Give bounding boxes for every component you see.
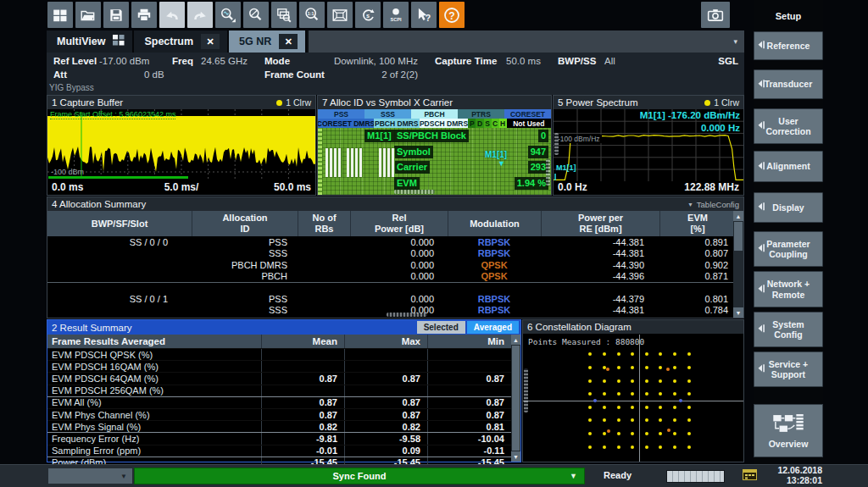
power-spectrum-title: 5 Power Spectrum <box>558 97 638 108</box>
column-header[interactable]: Rel Power [dB] <box>350 211 448 236</box>
power-spectrum-trace-badge[interactable]: 1 Clrw <box>704 97 739 108</box>
softkey-user-correction[interactable]: User Correction <box>754 108 823 144</box>
view-tab-averaged[interactable]: Averaged <box>467 321 519 334</box>
column-header[interactable]: Modulation <box>448 211 541 236</box>
tab-bar-overflow[interactable]: ▾ <box>309 30 744 53</box>
scroll-down-icon[interactable]: ▼ <box>733 307 743 318</box>
alloc-readout-label: EVM <box>394 177 420 190</box>
softkey-reference[interactable]: Reference <box>754 31 823 60</box>
camera-button[interactable] <box>701 2 730 28</box>
ref-level-value[interactable]: -17.00 dBm <box>99 56 149 66</box>
table-cell: EVM Phys Signal (%) <box>47 422 261 432</box>
help-button[interactable]: ? <box>439 2 465 28</box>
softkey-display[interactable]: Display <box>754 192 823 223</box>
marker-m1-label[interactable]: M1[1] <box>556 163 576 172</box>
table-row[interactable]: EVM Phys Signal (%)0.820.820.81 <box>47 420 511 432</box>
constellation-point <box>645 352 648 356</box>
fullscreen-button[interactable] <box>327 2 353 28</box>
column-header[interactable]: BWP/SF/Slot <box>47 211 192 236</box>
overview-button[interactable]: Overview <box>754 404 823 457</box>
scroll-down-icon[interactable]: ▼ <box>511 451 520 462</box>
bwp-ss-value[interactable]: All <box>604 56 615 66</box>
scroll-hint-horizontal[interactable] <box>387 313 427 317</box>
table-row[interactable]: PBCH0.000QPSK-44.3960.871 <box>47 271 735 283</box>
table-row[interactable]: SS / 0 / 1PSS0.000RBPSK-44.3790.801 <box>47 293 735 305</box>
table-row[interactable]: EVM PDSCH QPSK (%) <box>47 348 511 360</box>
window-alloc-id-map: 7 Alloc ID vs Symbol X Carrier PSSSSSPBC… <box>317 95 552 196</box>
scroll-hint-vertical[interactable] <box>554 133 559 155</box>
freq-value[interactable]: 24.65 GHz <box>201 56 248 66</box>
mode-value[interactable]: Downlink, 100 MHz <box>301 56 418 66</box>
constellation-point <box>645 418 648 422</box>
scroll-up-icon[interactable]: ▲ <box>733 211 743 221</box>
table-row[interactable]: SS / 0 / 0PSS0.000RBPSK-44.3810.891 <box>47 236 735 248</box>
table-row[interactable]: Frequency Error (Hz)-9.81-9.58-10.04 <box>47 432 511 444</box>
column-header[interactable]: Allocation ID <box>192 211 298 236</box>
table-row[interactable]: Sampling Error (ppm)-0.010.09-0.11 <box>47 445 511 457</box>
softkey-label: Network + Remote <box>767 279 810 300</box>
capture-buffer-trace-badge[interactable]: 1 Clrw <box>276 97 311 108</box>
table-cell: 0.87 <box>344 373 427 384</box>
open-file-button[interactable] <box>75 2 101 28</box>
tab-multiview[interactable]: MultiView <box>47 30 134 53</box>
tab-spectrum[interactable]: Spectrum✕ <box>134 30 229 53</box>
close-tab-icon[interactable]: ✕ <box>279 34 298 49</box>
scrollbar-thumb[interactable] <box>734 222 743 251</box>
marker-m1-arrow[interactable]: ▼ <box>498 159 505 168</box>
tab-5g-nr[interactable]: 5G NR✕ <box>229 30 307 53</box>
print-button[interactable] <box>131 2 157 28</box>
constellation-title-bar: 6 Constellation Diagram <box>523 320 743 334</box>
sync-status-bar[interactable]: Sync Found ▼ <box>134 468 585 484</box>
softkey-alignment[interactable]: Alignment <box>754 151 823 182</box>
table-row[interactable]: EVM PDSCH 16QAM (%) <box>47 360 511 372</box>
scroll-up-icon[interactable]: ▲ <box>511 335 520 345</box>
scrollbar-thumb[interactable] <box>512 346 520 451</box>
column-header[interactable]: Max <box>344 335 427 348</box>
windows-logo-button[interactable] <box>47 2 73 28</box>
column-header[interactable]: EVM [%] <box>659 211 735 236</box>
softkey-system-config[interactable]: System Config <box>754 312 823 347</box>
scroll-hint-horizontal[interactable] <box>394 190 435 194</box>
table-row[interactable]: EVM Phys Channel (%)0.870.870.87 <box>47 408 511 420</box>
column-header[interactable]: Power per RE [dBm] <box>541 211 659 236</box>
setup-menu-title[interactable]: Setup <box>754 3 823 28</box>
multi-zoom-button[interactable] <box>271 2 297 28</box>
scroll-hint-vertical[interactable] <box>524 368 528 412</box>
table-row[interactable]: PBCH DMRS0.000QPSK-44.3900.902 <box>47 259 735 271</box>
table-row[interactable]: SSS0.000RBPSK-44.3810.807 <box>47 248 735 260</box>
close-tab-icon[interactable]: ✕ <box>201 34 220 49</box>
save-button[interactable] <box>103 2 129 28</box>
constellation-point <box>687 445 691 449</box>
scpi-recorder-button[interactable]: SCPI <box>383 2 409 28</box>
alloc-resource-grid[interactable]: M1[1]SS/PBCH Block0Symbol947Carrier293EV… <box>318 128 551 195</box>
context-help-button[interactable]: ? <box>411 2 437 28</box>
softkey-transducer[interactable]: Transducer <box>754 69 823 99</box>
capture-buffer-plot[interactable]: Frame Start Offset : 5.966023542 ms -100… <box>47 109 315 181</box>
att-value[interactable]: 0 dB <box>144 69 164 80</box>
zoom-selection-button[interactable] <box>215 2 241 28</box>
status-bar: ▼ Sync Found ▼ Ready <box>0 464 868 487</box>
scroll-hint-vertical[interactable] <box>546 158 550 185</box>
status-message-dropdown[interactable]: ▼ <box>48 468 132 484</box>
view-tab-selected[interactable]: Selected <box>417 321 465 334</box>
zoom-1-1-button[interactable]: 1:1 <box>299 2 325 28</box>
table-config-button[interactable]: ▼ TableConfig <box>687 200 739 209</box>
allocation-summary-scrollbar[interactable]: ▲ ▼ <box>733 211 743 318</box>
column-header[interactable]: Mean <box>261 335 344 348</box>
result-summary-scrollbar[interactable]: ▲ ▼ <box>511 335 520 462</box>
refresh-sequence-button[interactable]: s <box>355 2 381 28</box>
column-header[interactable]: Min <box>427 335 511 348</box>
table-row[interactable]: EVM All (%)0.870.870.87 <box>47 396 511 408</box>
constellation-point <box>687 406 691 409</box>
column-header[interactable]: Frame Results Averaged <box>47 336 261 346</box>
table-row[interactable]: EVM PDSCH 64QAM (%)0.870.870.87 <box>47 372 511 384</box>
zoom-off-button[interactable] <box>243 2 269 28</box>
column-header[interactable]: No of RBs <box>298 211 350 236</box>
softkey-network-remote[interactable]: Network + Remote <box>754 271 823 307</box>
constellation-plot[interactable]: Points Measured : 880800 <box>523 335 743 462</box>
capture-time-value[interactable]: 50.0 ms <box>506 56 541 66</box>
power-spectrum-plot[interactable]: M1[1] -176.20 dBm/Hz 0.000 Hz -100 dBm/H… <box>554 109 743 181</box>
softkey-service-support[interactable]: Service + Support <box>754 351 823 387</box>
table-row[interactable]: EVM PDSCH 256QAM (%) <box>47 385 511 396</box>
softkey-parameter-coupling[interactable]: Parameter Coupling <box>754 231 823 267</box>
